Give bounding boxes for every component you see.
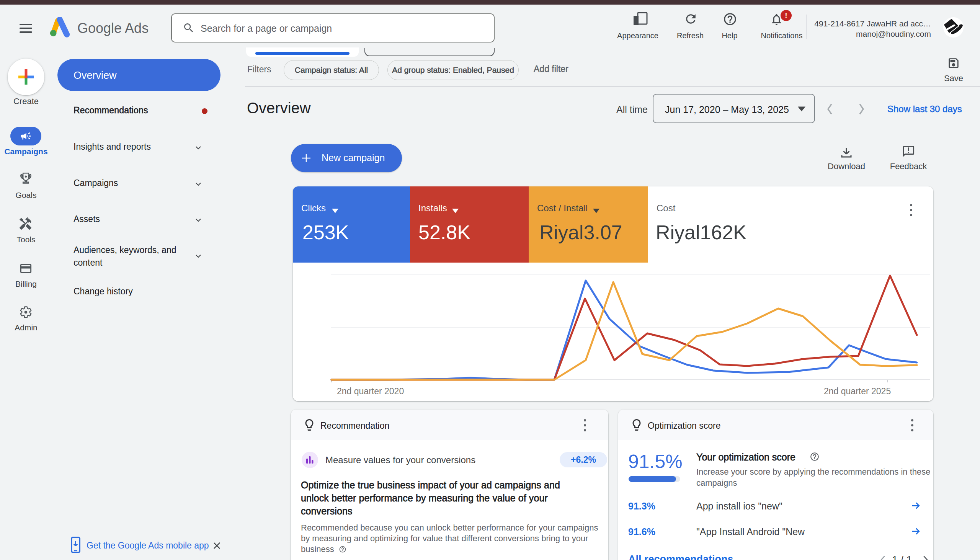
svg-text:2nd quarter 2020: 2nd quarter 2020 <box>337 386 404 396</box>
svg-text:2nd quarter 2025: 2nd quarter 2025 <box>824 386 891 396</box>
